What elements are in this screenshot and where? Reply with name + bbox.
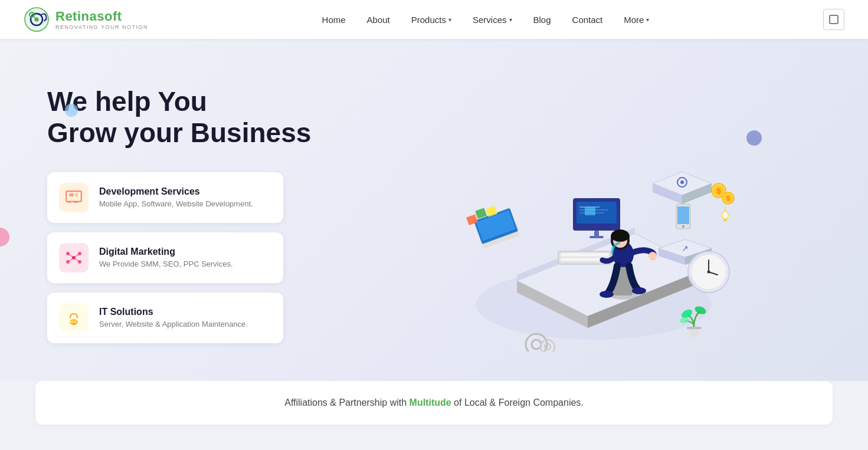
nav-link-services[interactable]: Services ▾	[464, 10, 520, 29]
hero-headline: We help You Grow your Business	[47, 86, 330, 149]
nav-link-home[interactable]: Home	[314, 10, 354, 29]
svg-point-95	[532, 340, 541, 349]
brand-tagline: renovating your notion	[55, 24, 148, 30]
mkt-card-text: Digital Marketing We Provide SMM, SEO, P…	[99, 247, 233, 268]
dev-icon	[65, 189, 83, 206]
dev-icon-wrapper	[59, 183, 89, 212]
svg-point-69	[682, 225, 684, 228]
nav-item-home[interactable]: Home	[314, 10, 354, 29]
svg-rect-10	[75, 193, 78, 195]
svg-rect-43	[561, 253, 609, 257]
services-caret: ▾	[509, 17, 512, 23]
nav-item-contact[interactable]: Contact	[564, 10, 611, 29]
svg-point-2	[35, 18, 39, 22]
svg-line-22	[68, 258, 74, 262]
nav-item-blog[interactable]: Blog	[525, 10, 559, 29]
svg-rect-11	[75, 195, 78, 196]
svg-rect-39	[585, 207, 595, 215]
svg-point-4	[31, 14, 33, 16]
more-caret: ▾	[646, 17, 649, 23]
hero-right-illustration: ↗	[330, 74, 833, 357]
deco-half-circle-pink	[0, 228, 9, 247]
mkt-icon	[65, 249, 83, 267]
nav-item-about[interactable]: About	[359, 10, 398, 29]
nav-links: Home About Products ▾ Services ▾ Blog	[314, 10, 658, 29]
nav-link-more[interactable]: More ▾	[615, 10, 657, 29]
affiliations-text: Affiliations & Partnership with Multitud…	[59, 398, 809, 408]
svg-point-61	[632, 287, 646, 294]
svg-point-58	[612, 232, 628, 242]
deco-circle-blue-sm	[65, 104, 78, 117]
dev-card-text: Development Services Mobile App, Softwar…	[99, 186, 253, 208]
hero-section: We help You Grow your Business	[0, 39, 868, 381]
service-cards-list: Development Services Mobile App, Softwar…	[47, 172, 330, 343]
nav-link-contact[interactable]: Contact	[564, 10, 611, 29]
svg-rect-9	[69, 193, 74, 196]
mkt-icon-wrapper	[59, 243, 89, 272]
brand-name: Retinasoft	[55, 9, 148, 24]
nav-item-more[interactable]: More ▾	[615, 10, 657, 29]
svg-text:$: $	[726, 195, 729, 202]
affiliations-banner: Affiliations & Partnership with Multitud…	[35, 381, 833, 425]
svg-point-66	[680, 180, 684, 184]
nav-item-services[interactable]: Services ▾	[464, 10, 520, 29]
svg-rect-6	[830, 15, 838, 24]
svg-text:$: $	[716, 186, 721, 195]
svg-text:↗: ↗	[682, 244, 689, 253]
it-icon	[65, 309, 83, 327]
affiliations-highlight: Multitude	[410, 398, 451, 408]
logo-icon	[24, 6, 50, 32]
hero-illustration: ↗	[422, 80, 741, 352]
nav-link-products[interactable]: Products ▾	[403, 10, 460, 29]
svg-point-59	[648, 252, 657, 260]
svg-line-20	[68, 254, 74, 258]
svg-rect-68	[677, 206, 689, 224]
svg-point-60	[600, 291, 614, 298]
logo-text: Retinasoft renovating your notion	[55, 9, 148, 30]
nav-item-products[interactable]: Products ▾	[403, 10, 460, 29]
svg-rect-92	[723, 218, 727, 220]
svg-rect-40	[594, 231, 599, 237]
svg-point-78	[707, 271, 710, 274]
svg-marker-79	[688, 328, 700, 337]
svg-rect-93	[724, 220, 726, 221]
service-card-dev[interactable]: Development Services Mobile App, Softwar…	[47, 172, 283, 223]
it-card-text: IT Solutions Server, Website & Applicati…	[99, 307, 248, 329]
hero-left-content: We help You Grow your Business	[47, 74, 330, 343]
navbar: Retinasoft renovating your notion Home A…	[0, 0, 868, 39]
svg-point-91	[722, 211, 728, 219]
logo[interactable]: Retinasoft renovating your notion	[24, 6, 148, 32]
search-icon	[829, 15, 838, 24]
search-button[interactable]	[823, 9, 844, 30]
nav-link-blog[interactable]: Blog	[525, 10, 559, 29]
svg-line-23	[74, 258, 80, 262]
svg-line-21	[74, 254, 80, 258]
svg-rect-8	[67, 192, 80, 201]
svg-rect-80	[687, 327, 701, 329]
it-icon-wrapper	[59, 303, 89, 333]
service-card-it[interactable]: IT Solutions Server, Website & Applicati…	[47, 293, 283, 343]
nav-link-about[interactable]: About	[359, 10, 398, 29]
svg-rect-13	[73, 202, 78, 203]
svg-rect-41	[589, 236, 604, 238]
products-caret: ▾	[448, 17, 451, 23]
svg-rect-14	[71, 202, 73, 203]
service-card-mkt[interactable]: Digital Marketing We Provide SMM, SEO, P…	[47, 232, 283, 283]
